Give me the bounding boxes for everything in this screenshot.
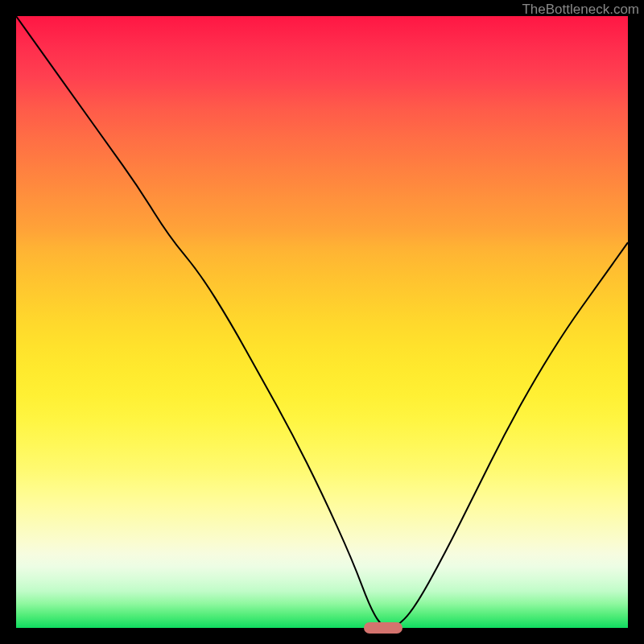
bottleneck-curve — [16, 16, 628, 628]
chart-container: TheBottleneck.com — [0, 0, 644, 644]
optimal-marker — [364, 622, 402, 634]
watermark-text: TheBottleneck.com — [522, 2, 639, 18]
curve-svg — [16, 16, 628, 628]
